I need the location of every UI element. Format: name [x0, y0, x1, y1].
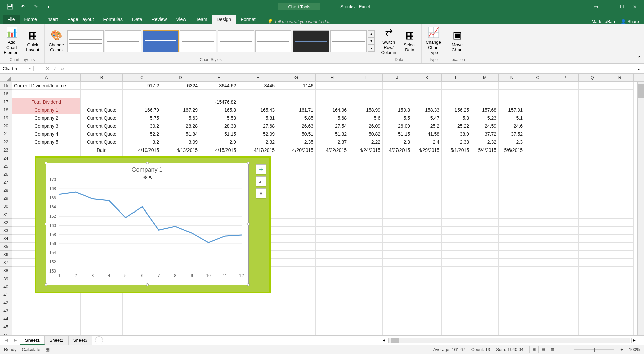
- cell[interactable]: 51.15: [383, 130, 412, 138]
- cell[interactable]: [551, 82, 579, 90]
- cell[interactable]: [316, 307, 349, 315]
- cell[interactable]: [606, 130, 634, 138]
- cell[interactable]: [525, 106, 551, 114]
- horizontal-scrollbar[interactable]: [388, 338, 630, 343]
- cell[interactable]: [551, 219, 579, 227]
- cell[interactable]: 5/4/2015: [471, 146, 499, 154]
- scroll-thumb[interactable]: [391, 338, 399, 343]
- cell[interactable]: [442, 162, 471, 170]
- cell[interactable]: [412, 331, 442, 335]
- hscroll-right-icon[interactable]: ▶: [631, 338, 637, 343]
- cell[interactable]: 5.68: [316, 114, 349, 122]
- tab-view[interactable]: View: [171, 15, 191, 24]
- cell[interactable]: [606, 98, 634, 106]
- row-header[interactable]: 37: [0, 259, 12, 267]
- cell[interactable]: [551, 202, 579, 210]
- cell[interactable]: [471, 98, 499, 106]
- ribbon-display-options-icon[interactable]: ▭: [590, 2, 601, 11]
- tab-team[interactable]: Team: [191, 15, 212, 24]
- cell[interactable]: [238, 331, 277, 335]
- cell[interactable]: [12, 315, 81, 323]
- row-header[interactable]: 20: [0, 122, 12, 130]
- cell[interactable]: [606, 210, 634, 219]
- cell[interactable]: [383, 307, 412, 315]
- cell[interactable]: [606, 170, 634, 178]
- cell[interactable]: [606, 275, 634, 283]
- cell[interactable]: [316, 90, 349, 98]
- column-header[interactable]: C: [123, 74, 161, 81]
- cell[interactable]: [525, 154, 551, 162]
- cell[interactable]: [383, 90, 412, 98]
- column-header[interactable]: N: [499, 74, 525, 81]
- cell[interactable]: [349, 186, 383, 194]
- cell[interactable]: [277, 259, 316, 267]
- row-header[interactable]: 18: [0, 106, 12, 114]
- cell[interactable]: [551, 154, 579, 162]
- row-header[interactable]: 29: [0, 194, 12, 202]
- cell[interactable]: 165.8: [200, 106, 238, 114]
- cell[interactable]: [277, 235, 316, 243]
- select-all-corner[interactable]: [0, 74, 12, 81]
- resize-handle[interactable]: [45, 283, 47, 286]
- cell[interactable]: [12, 331, 81, 335]
- cell[interactable]: [383, 251, 412, 259]
- cell[interactable]: [606, 106, 634, 114]
- cell[interactable]: [200, 331, 238, 335]
- cell[interactable]: [349, 194, 383, 202]
- cell[interactable]: [349, 307, 383, 315]
- cell[interactable]: [277, 170, 316, 178]
- cell[interactable]: [579, 98, 606, 106]
- cell[interactable]: [442, 154, 471, 162]
- cell[interactable]: [277, 219, 316, 227]
- cell[interactable]: 2.3: [383, 138, 412, 146]
- cell[interactable]: [499, 243, 525, 251]
- tab-data[interactable]: Data: [127, 15, 147, 24]
- cell[interactable]: [579, 162, 606, 170]
- cell[interactable]: [606, 82, 634, 90]
- column-header[interactable]: H: [316, 74, 349, 81]
- column-header[interactable]: A: [12, 74, 81, 81]
- cell[interactable]: [606, 291, 634, 299]
- cell[interactable]: [316, 162, 349, 170]
- cell[interactable]: [12, 323, 81, 331]
- cell[interactable]: [579, 114, 606, 122]
- cell[interactable]: [606, 138, 634, 146]
- cell[interactable]: [412, 315, 442, 323]
- column-header[interactable]: P: [551, 74, 579, 81]
- cell[interactable]: [606, 251, 634, 259]
- sheet-tab[interactable]: Sheet2: [45, 336, 68, 345]
- quick-layout-button[interactable]: ▦Quick Layout: [23, 27, 42, 55]
- change-colors-button[interactable]: 🎨Change Colors: [47, 27, 66, 55]
- row-header[interactable]: 42: [0, 299, 12, 307]
- cell[interactable]: [606, 243, 634, 251]
- cell[interactable]: 4/10/2015: [123, 146, 161, 154]
- row-header[interactable]: 40: [0, 283, 12, 291]
- cell[interactable]: [316, 202, 349, 210]
- cell[interactable]: [579, 299, 606, 307]
- cell[interactable]: [200, 299, 238, 307]
- cell[interactable]: [161, 90, 200, 98]
- cell[interactable]: 164.06: [316, 106, 349, 114]
- tab-insert[interactable]: Insert: [42, 15, 63, 24]
- chart-style-8[interactable]: [330, 30, 367, 52]
- cell[interactable]: [442, 82, 471, 90]
- gallery-up-icon[interactable]: ▲: [368, 31, 374, 38]
- cell[interactable]: [606, 186, 634, 194]
- cell[interactable]: [525, 178, 551, 186]
- cell[interactable]: [349, 315, 383, 323]
- cell[interactable]: [579, 283, 606, 291]
- undo-icon[interactable]: ↶: [18, 2, 28, 12]
- cell[interactable]: [316, 291, 349, 299]
- cell[interactable]: [471, 90, 499, 98]
- cell[interactable]: [471, 219, 499, 227]
- row-header[interactable]: 17: [0, 98, 12, 106]
- cell[interactable]: [316, 243, 349, 251]
- cell[interactable]: [579, 154, 606, 162]
- cell[interactable]: [551, 146, 579, 154]
- cell[interactable]: [579, 210, 606, 219]
- cell[interactable]: [277, 154, 316, 162]
- cell[interactable]: [579, 323, 606, 331]
- cell[interactable]: [499, 210, 525, 219]
- cell[interactable]: [551, 331, 579, 335]
- row-header[interactable]: 28: [0, 186, 12, 194]
